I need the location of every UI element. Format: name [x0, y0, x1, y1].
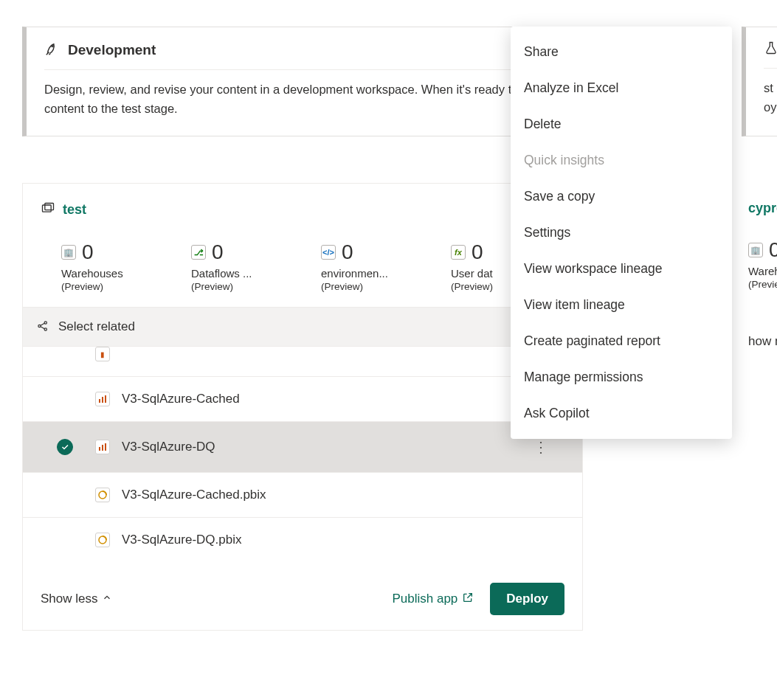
metric-warehouses-2[interactable]: 🏢 0 Wareh (Previe: [748, 238, 777, 290]
metric-preview: (Preview): [61, 281, 172, 292]
rocket-icon: [44, 41, 61, 59]
metric-label: Warehouses: [61, 267, 172, 280]
stage-card-test: Test st and v oy the: [742, 27, 777, 136]
workspace-title-row[interactable]: test: [41, 201, 564, 218]
metric-environments[interactable]: </> 0 environmen... (Preview): [321, 240, 432, 292]
svg-rect-6: [99, 399, 100, 403]
svg-rect-7: [102, 397, 103, 403]
pbix-icon: [95, 488, 110, 502]
more-options-icon[interactable]: ⋮: [528, 437, 554, 457]
ctx-settings[interactable]: Settings: [511, 215, 732, 251]
select-related-label[interactable]: Select related: [58, 319, 135, 334]
show-more-partial[interactable]: how m: [748, 334, 777, 349]
dataflow-icon: ⎇: [191, 245, 206, 260]
metric-value: 0: [212, 240, 224, 264]
show-less-toggle[interactable]: Show less: [41, 592, 112, 606]
svg-rect-10: [102, 445, 103, 451]
svg-point-4: [44, 321, 46, 323]
ctx-delete[interactable]: Delete: [511, 106, 732, 142]
metric-label: Wareh: [748, 265, 777, 277]
metric-preview: (Preview): [451, 281, 517, 292]
svg-rect-11: [105, 443, 106, 451]
ctx-save-copy[interactable]: Save a copy: [511, 179, 732, 215]
item-list: ▮ x V3-SqlAzure-Cached V3-SqlAzure-DQ ⋮ …: [23, 347, 582, 562]
publish-app-link[interactable]: Publish app: [392, 592, 474, 607]
list-item[interactable]: V3-SqlAzure-Cached.pbix: [23, 473, 582, 518]
item-name: V3-SqlAzure-Cached.pbix: [122, 488, 266, 502]
publish-label: Publish app: [392, 592, 457, 606]
metric-userdata[interactable]: fx 0 User dat (Preview): [451, 240, 517, 292]
list-item[interactable]: ▮ x: [23, 347, 582, 377]
select-related-bar: Select related ✕ 1 s: [23, 307, 582, 347]
svg-point-3: [38, 325, 41, 327]
svg-rect-8: [105, 395, 106, 403]
ctx-view-workspace-lineage[interactable]: View workspace lineage: [511, 251, 732, 287]
workspace-panel: test 🏢 0 Warehouses (Preview) ⎇ 0 Datafl…: [22, 183, 583, 631]
svg-rect-9: [99, 447, 100, 451]
metric-value: 0: [82, 240, 94, 264]
warehouse-icon: 🏢: [748, 243, 763, 257]
workspace2-name[interactable]: cypres: [748, 201, 777, 216]
list-item[interactable]: V3-SqlAzure-DQ.pbix: [23, 518, 582, 562]
metric-value: 0: [769, 238, 777, 262]
metric-preview: (Preview): [321, 281, 432, 292]
stage-title: Development: [68, 42, 156, 58]
svg-point-5: [44, 328, 46, 330]
show-less-label: Show less: [41, 592, 97, 606]
workspace-panel-secondary: cypres 🏢 0 Wareh (Previe how m: [731, 183, 777, 364]
item-name: V3-SqlAzure-DQ: [122, 440, 215, 454]
dataset-icon: [95, 392, 110, 406]
check-icon[interactable]: [57, 439, 73, 455]
svg-rect-1: [43, 205, 52, 212]
list-item-selected[interactable]: V3-SqlAzure-DQ ⋮: [23, 422, 582, 473]
metric-value: 0: [472, 240, 483, 264]
flask-icon: [764, 41, 777, 58]
ctx-create-paginated-report[interactable]: Create paginated report: [511, 323, 732, 359]
context-menu: Share Analyze in Excel Delete Quick insi…: [511, 27, 732, 439]
fx-icon: fx: [451, 245, 466, 260]
ctx-analyze-excel[interactable]: Analyze in Excel: [511, 70, 732, 106]
metric-preview: (Previe: [748, 279, 777, 290]
metric-label: environmen...: [321, 267, 432, 280]
svg-rect-2: [45, 204, 54, 210]
item-name: V3-SqlAzure-Cached: [122, 392, 240, 406]
item-name: V3-SqlAzure-DQ.pbix: [122, 533, 242, 547]
metric-preview: (Preview): [191, 281, 302, 292]
dataset-icon: ▮: [95, 347, 110, 361]
list-item[interactable]: V3-SqlAzure-Cached: [23, 377, 582, 422]
workspace-name: test: [63, 202, 86, 218]
warehouse-icon: 🏢: [61, 245, 76, 260]
stage2-description: st and v oy the: [764, 79, 777, 117]
ctx-quick-insights: Quick insights: [511, 142, 732, 179]
metric-value: 0: [342, 240, 353, 264]
ctx-manage-permissions[interactable]: Manage permissions: [511, 359, 732, 395]
stage2-header: Test: [764, 41, 777, 69]
share-icon: [36, 319, 49, 335]
metrics-row: 🏢 0 Warehouses (Preview) ⎇ 0 Dataflows .…: [41, 240, 564, 292]
metric-label: User dat: [451, 267, 517, 280]
metric-label: Dataflows ...: [191, 267, 302, 280]
chevron-up-icon: [102, 592, 112, 606]
deploy-button[interactable]: Deploy: [490, 583, 564, 615]
environment-icon: </>: [321, 245, 336, 260]
ctx-share[interactable]: Share: [511, 34, 732, 70]
panel-footer: Show less Publish app Deploy: [41, 562, 564, 615]
metric-warehouses[interactable]: 🏢 0 Warehouses (Preview): [61, 240, 172, 292]
ctx-ask-copilot[interactable]: Ask Copilot: [511, 395, 732, 432]
dataset-icon: [95, 440, 110, 454]
workspace-icon: [41, 201, 55, 218]
metric-dataflows[interactable]: ⎇ 0 Dataflows ... (Preview): [191, 240, 302, 292]
ctx-view-item-lineage[interactable]: View item lineage: [511, 287, 732, 323]
svg-point-0: [52, 45, 53, 46]
pbix-icon: [95, 533, 110, 547]
external-link-icon: [462, 592, 474, 607]
